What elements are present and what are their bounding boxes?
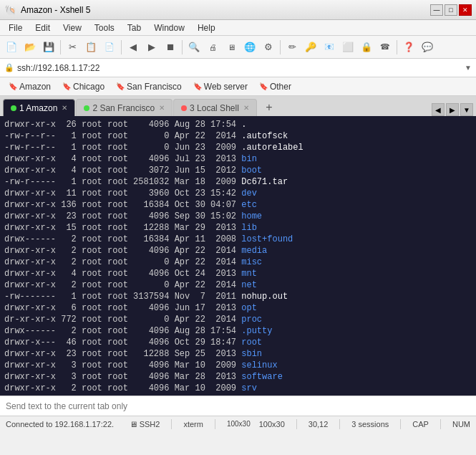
bookmark-icon: 🔖 <box>193 82 202 90</box>
new-session-button[interactable]: 📄 <box>3 39 20 56</box>
terminal-size-val: 100x30 <box>259 420 285 428</box>
status-sep-1 <box>171 419 172 429</box>
menu-item-help[interactable]: Help <box>192 21 221 34</box>
toolbar-sep-4 <box>280 40 281 54</box>
globe-button[interactable]: 🌐 <box>241 39 258 56</box>
menu-item-tools[interactable]: Tools <box>89 21 120 34</box>
tab-close-amazon[interactable]: ✕ <box>62 104 67 112</box>
terminal-line: drwxr-xr-x 136 root root 16384 Oct 30 04… <box>4 199 472 211</box>
bookmark-icon: 🔖 <box>9 82 17 90</box>
tab-dot-amazon <box>11 105 16 111</box>
terminal-line: -rw-r----- 1 root root 2581032 Mar 18 20… <box>4 176 472 188</box>
title-text: Amazon - Xshell 5 <box>21 5 90 15</box>
terminal-line: drwxr-xr-x 4 root root 3072 Jun 15 2012 … <box>4 165 472 176</box>
terminal-size: 100x30 <box>227 420 251 428</box>
open-button[interactable]: 📂 <box>21 39 39 56</box>
status-sep-2 <box>215 419 215 429</box>
terminal-line: drwx------ 2 root root 16384 Apr 11 2008… <box>4 234 472 245</box>
maximize-button[interactable]: □ <box>445 4 457 16</box>
status-connected: Connected to 192.168.1.17:22. <box>6 420 130 428</box>
print-button[interactable]: 🖨 <box>204 39 221 56</box>
menu-item-window[interactable]: Window <box>148 21 190 34</box>
mail-button[interactable]: 📧 <box>321 39 338 56</box>
terminal-line: -rw-r--r-- 1 root root 0 Jun 23 2009 .au… <box>4 142 472 153</box>
tab-localshell[interactable]: 3 Local Shell ✕ <box>173 99 257 116</box>
protocol-icon: 🖥 <box>130 420 137 428</box>
terminal-line: dr-xr-xr-x 772 root root 0 Apr 22 2014 p… <box>4 314 472 325</box>
caps-indicator: CAP <box>412 420 429 428</box>
menu-item-tab[interactable]: Tab <box>122 21 147 34</box>
stop-button[interactable]: ⏹ <box>162 39 179 56</box>
edit-button[interactable]: ✏ <box>283 39 301 56</box>
tab-label-local: 3 Local Shell <box>190 103 239 113</box>
key-button[interactable]: 🔑 <box>302 39 319 56</box>
address-input[interactable] <box>17 63 462 73</box>
tab-close-local[interactable]: ✕ <box>243 104 249 112</box>
address-dropdown[interactable]: ▼ <box>465 64 472 72</box>
bookmarks-bar: 🔖 Amazon 🔖 Chicago 🔖 San Francisco 🔖 Web… <box>0 77 476 96</box>
search-button[interactable]: 🔍 <box>185 39 203 56</box>
settings-button[interactable]: ⚙ <box>260 39 277 56</box>
menu-item-edit[interactable]: Edit <box>29 21 56 34</box>
terminal-line: -rw-r--r-- 1 root root 0 Apr 22 2014 .au… <box>4 130 472 142</box>
chat-button[interactable]: 💬 <box>419 39 436 56</box>
menu-item-file[interactable]: File <box>3 21 28 34</box>
tab-sanfrancisco[interactable]: 2 San Francisco ✕ <box>76 99 173 116</box>
terminal[interactable]: drwxr-xr-x 26 root root 4096 Aug 28 17:5… <box>0 116 476 396</box>
tab-bar: 1 Amazon ✕ 2 San Francisco ✕ 3 Local She… <box>0 96 476 116</box>
minimize-button[interactable]: — <box>430 4 443 16</box>
copy-button[interactable]: 📋 <box>82 39 99 56</box>
box-button[interactable]: ⬜ <box>339 39 356 56</box>
tab-dot-sf <box>84 105 89 111</box>
status-sep-3 <box>296 419 297 429</box>
help-button[interactable]: ❓ <box>400 39 417 56</box>
close-button[interactable]: ✕ <box>459 4 472 16</box>
menu-bar: FileEditViewToolsTabWindowHelp <box>0 20 476 36</box>
bookmark-other[interactable]: 🔖 Other <box>255 80 296 93</box>
bookmark-label: San Francisco <box>127 82 182 92</box>
sessions-count: 3 sessions <box>351 420 389 428</box>
save-button[interactable]: 💾 <box>40 39 57 56</box>
terminal-type: xterm <box>183 420 203 428</box>
send-input[interactable] <box>6 401 470 411</box>
tab-label-amazon: 1 Amazon <box>19 103 57 113</box>
tab-prev-button[interactable]: ◀ <box>432 103 445 116</box>
toolbar-sep-2 <box>121 40 122 54</box>
bookmark-chicago[interactable]: 🔖 Chicago <box>58 80 109 93</box>
menu-item-view[interactable]: View <box>57 21 87 34</box>
terminal-line: drwxr-xr-x 23 root root 4096 Sep 30 15:0… <box>4 211 472 222</box>
status-protocol: 🖥 SSH2 <box>130 420 160 428</box>
terminal-line: drwxr-xr-x 2 root root 4096 Mar 10 2009 … <box>4 383 472 394</box>
tab-dot-local <box>181 105 187 111</box>
toolbar-sep-1 <box>60 40 61 54</box>
app-icon: 🐚 <box>4 4 16 16</box>
title-bar-left: 🐚 Amazon - Xshell 5 <box>4 4 90 16</box>
terminal-line: drwxr-xr-x 4 root root 4096 Oct 24 2013 … <box>4 268 472 279</box>
status-sep-5 <box>400 419 401 429</box>
status-sep-6 <box>440 419 441 429</box>
bookmark-icon: 🔖 <box>116 82 125 90</box>
title-bar-controls: — □ ✕ <box>430 4 472 16</box>
title-bar: 🐚 Amazon - Xshell 5 — □ ✕ <box>0 0 476 20</box>
tab-menu-button[interactable]: ▼ <box>460 103 473 116</box>
cut-button[interactable]: ✂ <box>64 39 81 56</box>
paste-button[interactable]: 📄 <box>101 39 118 56</box>
phone-button[interactable]: ☎ <box>377 39 394 56</box>
bookmark-sanfrancisco[interactable]: 🔖 San Francisco <box>112 80 186 93</box>
tab-next-button[interactable]: ▶ <box>446 103 459 116</box>
tab-add-button[interactable]: + <box>261 99 278 116</box>
toolbar-sep-3 <box>182 40 183 54</box>
terminal-line: drwxr-xr-x 3 root root 4096 Mar 10 2009 … <box>4 360 472 371</box>
tab-close-sf[interactable]: ✕ <box>159 104 165 112</box>
bookmark-amazon[interactable]: 🔖 Amazon <box>4 80 55 93</box>
status-bar: Connected to 192.168.1.17:22. 🖥 SSH2 xte… <box>0 416 476 431</box>
security-icon: 🔒 <box>4 63 14 72</box>
lock-button[interactable]: 🔒 <box>358 39 375 56</box>
bookmark-webserver[interactable]: 🔖 Web server <box>189 80 252 93</box>
terminal-line: -rw------- 1 root root 3137594 Nov 7 201… <box>4 291 472 302</box>
terminal-line: drwxr-xr-x 3 root root 4096 Mar 28 2013 … <box>4 371 472 383</box>
tab-amazon[interactable]: 1 Amazon ✕ <box>3 99 75 116</box>
forward-button[interactable]: ▶ <box>143 39 160 56</box>
back-button[interactable]: ◀ <box>125 39 142 56</box>
monitor-button[interactable]: 🖥 <box>223 39 240 56</box>
